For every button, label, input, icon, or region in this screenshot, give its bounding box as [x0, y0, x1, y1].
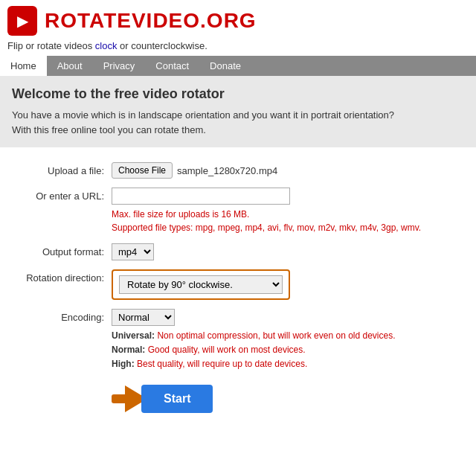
encoding-hints: Universal: Non optimal compression, but …	[112, 329, 396, 372]
rotation-box: Rotate by 90° clockwise. Rotate by 90° c…	[112, 269, 290, 300]
logo-text: ROTATEVIDEO.ORG	[45, 9, 257, 33]
encoding-high-desc: Best quality, will require up to date de…	[137, 359, 307, 369]
encoding-universal-label: Universal:	[112, 330, 155, 341]
url-row: Or enter a URL: Max. file size for uploa…	[7, 188, 469, 234]
encoding-row: Encoding: Universal Normal High Universa…	[7, 309, 469, 372]
welcome-title: Welcome to the free video rotator	[12, 86, 464, 102]
encoding-label: Encoding:	[7, 309, 112, 323]
file-area: Choose File sample_1280x720.mp4	[112, 162, 277, 179]
hint-size: Max. file size for uploads is 16 MB.	[112, 208, 421, 221]
nav-donate[interactable]: Donate	[199, 56, 251, 76]
welcome-line1: You have a movie which is in landscape o…	[12, 108, 464, 123]
file-name: sample_1280x720.mp4	[177, 165, 277, 176]
choose-file-button[interactable]: Choose File	[112, 162, 173, 179]
nav-about[interactable]: About	[47, 56, 93, 76]
url-label: Or enter a URL:	[7, 188, 112, 202]
start-button[interactable]: Start	[141, 385, 213, 413]
nav-home[interactable]: Home	[0, 56, 47, 76]
header: ROTATEVIDEO.ORG	[0, 0, 476, 39]
output-format-label: Output format:	[7, 243, 112, 257]
hint-types: Supported file types: mpg, mpeg, mp4, av…	[112, 221, 421, 234]
nav: Home About Privacy Contact Donate	[0, 56, 476, 76]
rotation-row: Rotation direction: Rotate by 90° clockw…	[7, 269, 469, 300]
nav-privacy[interactable]: Privacy	[93, 56, 146, 76]
rotation-select[interactable]: Rotate by 90° clockwise. Rotate by 90° c…	[119, 275, 283, 294]
clock-link[interactable]: clock	[95, 40, 118, 51]
output-format-row: Output format: mp4 avi mov mkv flv wmv	[7, 243, 469, 260]
arrow-shaft	[112, 394, 126, 403]
upload-label: Upload a file:	[7, 162, 112, 176]
output-format-select[interactable]: mp4 avi mov mkv flv wmv	[112, 243, 154, 260]
encoding-normal-desc: Good quality, will work on most devices.	[148, 345, 306, 355]
welcome-line2: With this free online tool you can rotat…	[12, 123, 464, 138]
start-area: Start	[112, 384, 469, 414]
tagline-text: Flip or rotate videos clock or countercl…	[7, 40, 208, 51]
upload-row: Upload a file: Choose File sample_1280x7…	[7, 162, 469, 179]
rotation-label: Rotation direction:	[7, 269, 112, 284]
nav-contact[interactable]: Contact	[145, 56, 199, 76]
encoding-universal-desc: Non optimal compression, but will work e…	[157, 330, 395, 341]
encoding-select[interactable]: Universal Normal High	[112, 309, 175, 326]
hints: Max. file size for uploads is 16 MB. Sup…	[112, 208, 421, 234]
encoding-normal-label: Normal:	[112, 345, 145, 355]
encoding-high-label: High:	[112, 359, 135, 369]
main-form: Upload a file: Choose File sample_1280x7…	[0, 147, 476, 429]
tagline: Flip or rotate videos clock or countercl…	[0, 39, 476, 56]
logo-icon	[7, 6, 37, 36]
url-input[interactable]	[112, 188, 290, 205]
welcome-section: Welcome to the free video rotator You ha…	[0, 76, 476, 147]
